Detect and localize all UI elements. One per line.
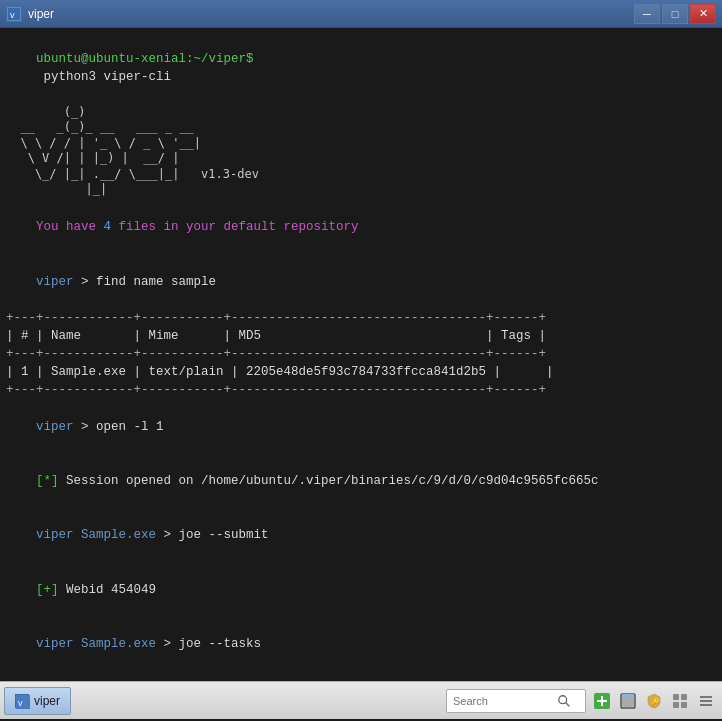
svg-rect-10 (622, 698, 634, 707)
taskbar: v viper (0, 681, 722, 719)
prompt-command: python3 viper-cli (36, 70, 171, 84)
ascii-art-viper: (_) __ _(_)_ __ ___ _ __ \ \ / / | '_ \ … (6, 105, 716, 199)
svg-rect-11 (622, 694, 634, 698)
session-line: [*] Session opened on /home/ubuntu/.vipe… (6, 454, 716, 508)
find-command: > find name sample (81, 275, 216, 289)
repo-info-line: You have 4 files in your default reposit… (6, 200, 716, 254)
session-text: Session opened on /home/ubuntu/.viper/bi… (59, 474, 599, 488)
repo-info-text: You have 4 files in your default reposit… (36, 220, 359, 234)
title-bar-left: v viper (6, 6, 54, 22)
svg-rect-13 (673, 694, 679, 700)
sample-prompt-2: viper Sample.exe (36, 637, 164, 651)
taskbar-app-viper[interactable]: v viper (4, 687, 71, 715)
svg-point-4 (559, 695, 567, 703)
prompt-username: ubuntu@ubuntu-xenial:~/viper$ (36, 52, 254, 66)
svg-rect-14 (681, 694, 687, 700)
svg-rect-15 (673, 702, 679, 708)
open-command-line: viper > open -l 1 (6, 399, 716, 453)
joe-tasks-cmd: > joe --tasks (164, 637, 262, 651)
maximize-button[interactable]: □ (662, 4, 688, 24)
find-command-line: viper > find name sample (6, 254, 716, 308)
add-icon (594, 693, 610, 709)
open-command: > open -l 1 (81, 420, 164, 434)
table-border-bot: +---+------------+-----------+----------… (6, 381, 716, 399)
close-button[interactable]: ✕ (690, 4, 716, 24)
tray-add-icon[interactable] (590, 689, 614, 713)
table-border-top: +---+------------+-----------+----------… (6, 309, 716, 327)
search-input[interactable] (453, 695, 553, 707)
app-icon: v (6, 6, 22, 22)
svg-rect-16 (681, 702, 687, 708)
svg-text:v: v (10, 10, 15, 20)
svg-text:🔑: 🔑 (651, 697, 660, 706)
system-tray: 🔑 (590, 689, 718, 713)
taskbar-search[interactable] (446, 689, 586, 713)
shield-icon: 🔑 (646, 693, 662, 709)
svg-text:v: v (18, 698, 23, 708)
tray-security-icon[interactable]: 🔑 (642, 689, 666, 713)
search-icon (557, 694, 571, 708)
webid-line: [+] Webid 454049 (6, 563, 716, 617)
menu-icon (698, 693, 714, 709)
taskbar-app-icon: v (15, 694, 29, 708)
bracket-star-session: [*] (36, 474, 59, 488)
viper-prompt-2: viper (36, 420, 81, 434)
table-border-mid: +---+------------+-----------+----------… (6, 345, 716, 363)
minimize-button[interactable]: ─ (634, 4, 660, 24)
table-header: | # | Name | Mime | MD5 | Tags | (6, 327, 716, 345)
window-icon (620, 693, 636, 709)
joe-tasks-line: viper Sample.exe > joe --tasks (6, 617, 716, 671)
bracket-plus: [+] (36, 583, 59, 597)
terminal-area: ubuntu@ubuntu-xenial:~/viper$ python3 vi… (0, 28, 722, 681)
sample-prompt-1: viper Sample.exe (36, 528, 164, 542)
apps-icon (672, 693, 688, 709)
joe-submit-cmd: > joe --submit (164, 528, 269, 542)
svg-line-5 (566, 702, 570, 706)
tray-menu-icon[interactable] (694, 689, 718, 713)
tasks-header: [*] Tasks: (6, 671, 716, 681)
window-controls: ─ □ ✕ (634, 4, 716, 24)
joe-submit-line: viper Sample.exe > joe --submit (6, 508, 716, 562)
initial-prompt-line: ubuntu@ubuntu-xenial:~/viper$ python3 vi… (6, 32, 716, 105)
window-title: viper (28, 7, 54, 21)
tray-apps-icon[interactable] (668, 689, 692, 713)
tray-window-icon[interactable] (616, 689, 640, 713)
viper-prompt: viper (36, 275, 81, 289)
taskbar-app-label: viper (34, 694, 60, 708)
title-bar: v viper ─ □ ✕ (0, 0, 722, 28)
table-row-1: | 1 | Sample.exe | text/plain | 2205e48d… (6, 363, 716, 381)
webid-text: Webid 454049 (59, 583, 157, 597)
